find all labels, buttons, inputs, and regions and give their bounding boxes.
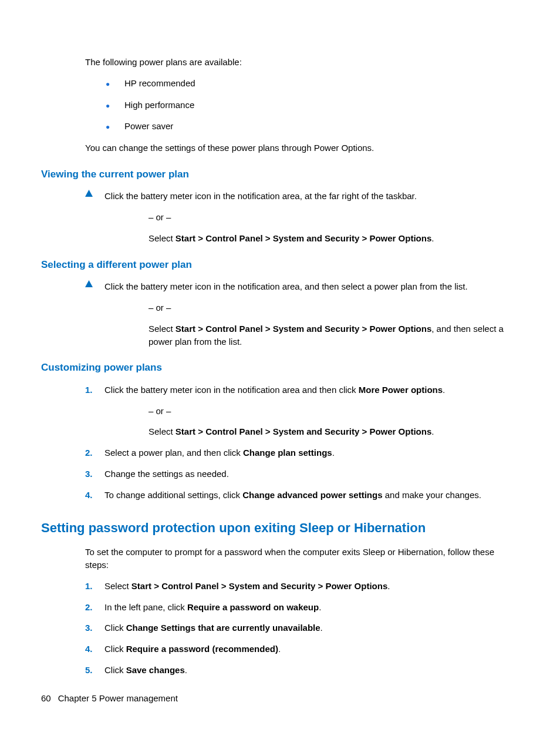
step-row: 3. Click Change Settings that are curren… — [85, 621, 519, 634]
step-text: Click the battery meter icon in the noti… — [104, 280, 519, 293]
heading-customizing: Customizing power plans — [41, 361, 519, 375]
nav-path: Start > Control Panel > System and Secur… — [176, 233, 431, 243]
page-number: 60 — [41, 693, 51, 703]
list-item: ●HP recommended — [41, 77, 519, 90]
step-row: 4. To change additional settings, click … — [85, 489, 519, 502]
step-number: 4. — [85, 489, 93, 502]
step-row: Click the battery meter icon in the noti… — [85, 190, 519, 203]
list-item-label: High performance — [124, 99, 194, 112]
step-number: 4. — [85, 643, 93, 656]
or-text: – or – — [85, 211, 519, 224]
step-number: 1. — [85, 384, 93, 396]
step-text: Click Change Settings that are currently… — [104, 621, 519, 634]
or-text: – or – — [85, 301, 519, 314]
nav-path: Start > Control Panel > System and Secur… — [176, 324, 431, 334]
power-plan-list: ●HP recommended ●High performance ●Power… — [41, 77, 519, 133]
step-number: 5. — [85, 664, 93, 677]
heading-password: Setting password protection upon exiting… — [41, 519, 519, 537]
bullet-icon: ● — [106, 79, 124, 89]
nav-path: Start > Control Panel > System and Secur… — [131, 581, 387, 591]
step-row: Click the battery meter icon in the noti… — [85, 280, 519, 293]
step-row: 1. Click the battery meter icon in the n… — [85, 384, 519, 396]
step-text: Click Require a password (recommended). — [104, 643, 519, 656]
triangle-icon — [85, 280, 104, 287]
step-row: 2. In the left pane, click Require a pas… — [85, 601, 519, 614]
page-footer: 60Chapter 5 Power management — [41, 692, 178, 705]
step-text: Change the settings as needed. — [104, 468, 519, 480]
step-row: 1. Select Start > Control Panel > System… — [85, 580, 519, 593]
step-text: Click Save changes. — [104, 664, 519, 677]
step-text: Click the battery meter icon in the noti… — [104, 190, 519, 203]
step-number: 1. — [85, 580, 93, 593]
list-item: ●Power saver — [41, 120, 519, 133]
nav-path: Start > Control Panel > System and Secur… — [176, 426, 431, 436]
triangle-icon — [85, 190, 104, 197]
step-text: Click the battery meter icon in the noti… — [104, 384, 519, 396]
step-text: Select Start > Control Panel > System an… — [104, 580, 519, 593]
step-number: 3. — [85, 468, 93, 480]
or-text: – or – — [85, 405, 519, 418]
step-row: 2. Select a power plan, and then click C… — [85, 446, 519, 459]
step-number: 2. — [85, 446, 93, 459]
step-text: In the left pane, click Require a passwo… — [104, 601, 519, 614]
bullet-icon: ● — [106, 101, 124, 111]
heading-selecting: Selecting a different power plan — [41, 258, 519, 273]
step-text: Select a power plan, and then click Chan… — [104, 446, 519, 459]
heading-viewing: Viewing the current power plan — [41, 167, 519, 182]
chapter-label: Chapter 5 Power management — [58, 693, 178, 703]
intro-text: The following power plans are available: — [41, 56, 519, 69]
step-continuation: Select Start > Control Panel > System an… — [85, 322, 519, 348]
after-plans-text: You can change the settings of these pow… — [41, 142, 519, 154]
list-item-label: HP recommended — [124, 77, 195, 90]
section-intro: To set the computer to prompt for a pass… — [41, 546, 519, 572]
svg-marker-1 — [85, 280, 93, 287]
list-item: ●High performance — [41, 99, 519, 112]
svg-marker-0 — [85, 190, 93, 197]
document-page: The following power plans are available:… — [0, 0, 560, 677]
step-text: To change additional settings, click Cha… — [104, 489, 519, 502]
step-continuation: Select Start > Control Panel > System an… — [85, 232, 519, 245]
step-number: 3. — [85, 621, 93, 634]
step-number: 2. — [85, 601, 93, 614]
step-row: 5. Click Save changes. — [85, 664, 519, 677]
bullet-icon: ● — [106, 122, 124, 132]
list-item-label: Power saver — [124, 120, 173, 133]
step-continuation: Select Start > Control Panel > System an… — [85, 425, 519, 438]
step-row: 3. Change the settings as needed. — [85, 468, 519, 480]
step-row: 4. Click Require a password (recommended… — [85, 643, 519, 656]
